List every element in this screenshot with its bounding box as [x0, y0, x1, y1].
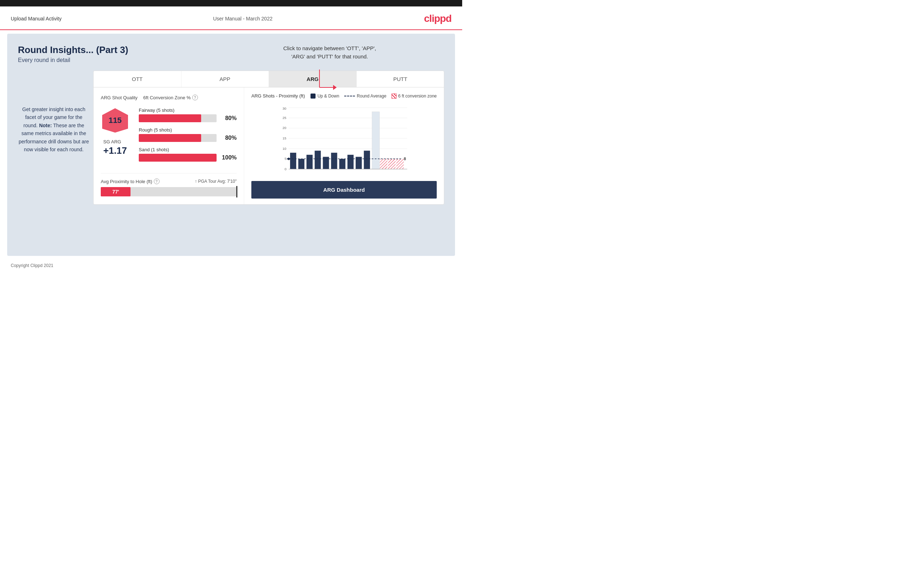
- sg-section: SG ARG +1.17: [103, 139, 127, 156]
- legend-dashed-icon: [344, 96, 355, 97]
- svg-text:8: 8: [404, 157, 406, 161]
- page-title: Round Insights... (Part 3): [18, 44, 444, 56]
- footer: Copyright Clippd 2021: [0, 259, 462, 272]
- bar-fill-sand: [139, 154, 216, 162]
- proximity-label: Avg Proximity to Hole (ft) ?: [101, 179, 160, 184]
- legend-hatch-icon: [391, 93, 397, 98]
- bar-row-fairway: Fairway (5 shots) 80%: [139, 108, 237, 122]
- bar-row-sand: Sand (1 shots) 100%: [139, 147, 237, 162]
- header: Upload Manual Activity User Manual - Mar…: [0, 6, 462, 30]
- svg-text:20: 20: [283, 126, 286, 130]
- svg-rect-27: [364, 150, 370, 169]
- svg-text:25: 25: [283, 116, 286, 120]
- bar-pct-rough: 80%: [220, 135, 237, 141]
- svg-rect-31: [388, 159, 396, 169]
- card-body: ARG Shot Quality 6ft Conversion Zone % ?: [94, 87, 444, 204]
- nav-hint: Click to navigate between 'OTT', 'APP', …: [283, 44, 376, 61]
- proximity-bar-fill: 77': [101, 187, 131, 197]
- tab-putt[interactable]: PUTT: [357, 71, 444, 87]
- chart-title: ARG Shots - Proximity (ft): [251, 93, 305, 98]
- proximity-help-icon[interactable]: ?: [154, 179, 160, 184]
- bar-label-sand: Sand (1 shots): [139, 147, 237, 152]
- svg-text:10: 10: [283, 147, 286, 150]
- top-bar: [0, 0, 462, 6]
- upload-manual-label: Upload Manual Activity: [11, 16, 62, 21]
- pga-tour-avg: ↑ PGA Tour Avg: 7'10": [195, 179, 237, 184]
- tab-arg[interactable]: ARG: [269, 71, 357, 87]
- arg-dashboard-button[interactable]: ARG Dashboard: [251, 181, 437, 198]
- svg-rect-23: [331, 153, 337, 169]
- sg-arg-label: SG ARG: [103, 139, 127, 144]
- navigation-arrow: [316, 68, 338, 102]
- svg-rect-20: [307, 155, 313, 169]
- bars-section: Fairway (5 shots) 80% Rough (5 shots): [139, 108, 237, 167]
- bar-track-rough: [139, 134, 216, 142]
- proximity-section: Avg Proximity to Hole (ft) ? ↑ PGA Tour …: [101, 173, 237, 197]
- tab-app[interactable]: APP: [181, 71, 269, 87]
- bar-label-rough: Rough (5 shots): [139, 127, 237, 132]
- svg-rect-24: [339, 159, 345, 169]
- svg-rect-25: [347, 155, 354, 169]
- conversion-zone-label: 6ft Conversion Zone % ?: [144, 95, 198, 100]
- svg-rect-28: [372, 112, 380, 169]
- proximity-bar-track: 77': [101, 187, 237, 197]
- svg-text:5: 5: [285, 156, 286, 161]
- bar-pct-sand: 100%: [220, 155, 237, 161]
- svg-rect-30: [380, 159, 388, 169]
- svg-rect-19: [298, 159, 304, 169]
- svg-rect-21: [315, 150, 321, 169]
- bar-label-fairway: Fairway (5 shots): [139, 108, 237, 113]
- arg-chart: 0 5 10 15 20 25 30: [251, 103, 437, 175]
- bar-fill-fairway: [139, 114, 201, 122]
- svg-rect-32: [396, 159, 404, 169]
- svg-text:0: 0: [285, 167, 286, 171]
- chart-header: ARG Shots - Proximity (ft) Up & Down Rou…: [251, 93, 437, 98]
- dashboard-card: OTT APP ARG PUTT ARG Shot Quality 6ft Co…: [93, 71, 444, 205]
- hex-score-value: 115: [109, 116, 122, 125]
- note-label: Note:: [39, 122, 52, 128]
- bar-track-sand: [139, 154, 216, 162]
- left-panel: ARG Shot Quality 6ft Conversion Zone % ?: [94, 87, 244, 204]
- bar-fill-rough: [139, 134, 201, 142]
- svg-marker-2: [333, 85, 337, 90]
- arg-shot-quality-label: ARG Shot Quality: [101, 95, 138, 100]
- page-subtitle: Every round in detail: [18, 57, 444, 63]
- user-manual-date: User Manual - March 2022: [213, 16, 273, 21]
- hex-score-container: 115 SG ARG +1.17: [101, 108, 129, 158]
- svg-rect-18: [290, 153, 296, 169]
- clippd-logo: clippd: [424, 13, 451, 24]
- svg-text:15: 15: [283, 136, 286, 140]
- right-panel: ARG Shots - Proximity (ft) Up & Down Rou…: [244, 87, 444, 204]
- left-description: Get greater insight into each facet of y…: [18, 105, 90, 153]
- bar-pct-fairway: 80%: [220, 115, 237, 121]
- chart-area: 0 5 10 15 20 25 30: [251, 103, 437, 177]
- help-icon[interactable]: ?: [192, 95, 198, 100]
- tab-ott[interactable]: OTT: [94, 71, 181, 87]
- legend-round-avg: Round Average: [344, 93, 386, 98]
- legend-conv-zone: 6 ft conversion zone: [391, 93, 437, 98]
- tab-bar: OTT APP ARG PUTT: [94, 71, 444, 87]
- arg-quality-row: ARG Shot Quality 6ft Conversion Zone % ?: [101, 95, 237, 100]
- legend-up-down-icon: [310, 93, 315, 98]
- svg-text:30: 30: [283, 106, 286, 110]
- bar-track-fairway: [139, 114, 216, 122]
- main-content: Round Insights... (Part 3) Every round i…: [7, 34, 455, 256]
- hexagon: 115: [101, 108, 129, 133]
- sg-arg-value: +1.17: [103, 145, 127, 156]
- copyright-text: Copyright Clippd 2021: [11, 263, 53, 268]
- bar-row-rough: Rough (5 shots) 80%: [139, 127, 237, 142]
- proximity-cursor: [236, 186, 237, 197]
